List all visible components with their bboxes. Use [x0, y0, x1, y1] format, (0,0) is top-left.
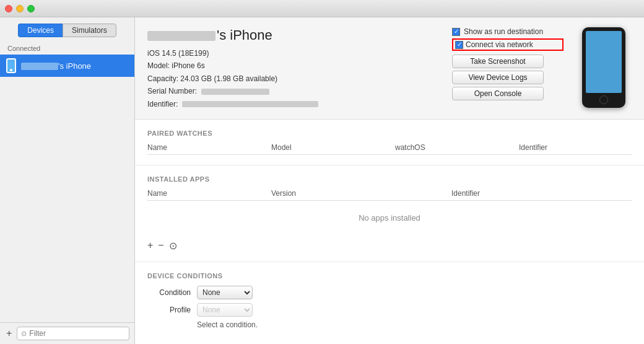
show-run-destination-row: Show as run destination [452, 27, 564, 36]
sidebar-device-name: 's iPhone [21, 61, 91, 71]
profile-row: Profile None [147, 303, 632, 317]
device-conditions-title: DEVICE CONDITIONS [147, 272, 632, 280]
show-run-destination-label: Show as run destination [464, 27, 543, 36]
device-conditions-section: DEVICE CONDITIONS Condition None Network… [135, 262, 644, 339]
minimize-button[interactable] [16, 5, 24, 12]
phone-body [582, 27, 625, 108]
filter-box: ⊙ [17, 327, 129, 340]
paired-watches-section: PAIRED WATCHES Name Model watchOS Identi… [135, 120, 644, 165]
take-screenshot-button[interactable]: Take Screenshot [452, 55, 544, 68]
add-app-button[interactable]: + [147, 240, 153, 251]
sidebar-item-iphone[interactable]: 's iPhone [0, 55, 134, 77]
apps-table-header: Name Version Identifier [147, 189, 632, 201]
watches-col-model: Model [271, 143, 395, 152]
apps-col-version: Version [271, 189, 451, 198]
main-container: Devices Simulators Connected 's iPhone +… [0, 17, 644, 344]
profile-select[interactable]: None [197, 303, 253, 317]
tab-simulators[interactable]: Simulators [63, 24, 116, 37]
filter-icon: ⊙ [21, 330, 27, 338]
remove-app-button[interactable]: − [158, 240, 163, 251]
connect-via-network-label: Connect via network [466, 40, 533, 49]
apps-empty-message: No apps installed [147, 201, 632, 235]
profile-label: Profile [147, 306, 191, 314]
serial-row: Serial Number: [147, 85, 440, 97]
apps-col-name: Name [147, 189, 271, 198]
sidebar: Devices Simulators Connected 's iPhone +… [0, 17, 135, 344]
filter-input[interactable] [29, 329, 125, 338]
installed-apps-section: INSTALLED APPS Name Version Identifier N… [135, 165, 644, 262]
watches-col-identifier: Identifier [519, 143, 632, 152]
phone-screen [586, 31, 622, 93]
view-device-logs-button[interactable]: View Device Logs [452, 71, 544, 84]
watches-table-header: Name Model watchOS Identifier [147, 143, 632, 155]
condition-select[interactable]: None Network Link Thermal State [197, 286, 253, 299]
title-bar [0, 0, 644, 17]
device-header: 's iPhone iOS 14.5 (18E199) Model: iPhon… [135, 17, 644, 120]
identifier-row: Identifier: [147, 98, 440, 110]
tab-devices[interactable]: Devices [18, 24, 63, 37]
watches-col-watchos: watchOS [395, 143, 519, 152]
add-device-button[interactable]: + [5, 328, 13, 339]
condition-row: Condition None Network Link Thermal Stat… [147, 286, 632, 299]
connect-via-network-row: Connect via network [452, 38, 564, 51]
condition-note: Select a condition. [197, 320, 632, 329]
sidebar-footer: + ⊙ [0, 322, 134, 344]
paired-watches-title: PAIRED WATCHES [147, 130, 632, 137]
show-run-destination-checkbox[interactable] [452, 28, 460, 36]
installed-apps-title: INSTALLED APPS [147, 175, 632, 183]
model-row: Model: iPhone 6s [147, 60, 440, 72]
connect-via-network-checkbox[interactable] [455, 41, 463, 49]
apps-col-identifier: Identifier [451, 189, 632, 198]
connected-label: Connected [0, 42, 134, 55]
close-button[interactable] [5, 5, 12, 12]
device-actions: Show as run destination Connect via netw… [452, 27, 564, 100]
condition-label: Condition [147, 288, 191, 297]
device-info: 's iPhone iOS 14.5 (18E199) Model: iPhon… [147, 27, 440, 110]
maximize-button[interactable] [27, 5, 35, 12]
sidebar-tabs: Devices Simulators [0, 17, 134, 42]
content-area: 's iPhone iOS 14.5 (18E199) Model: iPhon… [135, 17, 644, 344]
apps-actions: + − ⊙ [147, 235, 632, 252]
device-title: 's iPhone [147, 27, 440, 43]
watches-col-name: Name [147, 143, 271, 152]
capacity-row: Capacity: 24.03 GB (1.98 GB available) [147, 73, 440, 85]
phone-home-button [599, 95, 608, 104]
app-options-button[interactable]: ⊙ [169, 240, 177, 252]
open-console-button[interactable]: Open Console [452, 87, 544, 100]
ios-version-row: iOS 14.5 (18E199) [147, 47, 440, 60]
device-icon [6, 58, 16, 73]
phone-graphic [576, 27, 632, 108]
